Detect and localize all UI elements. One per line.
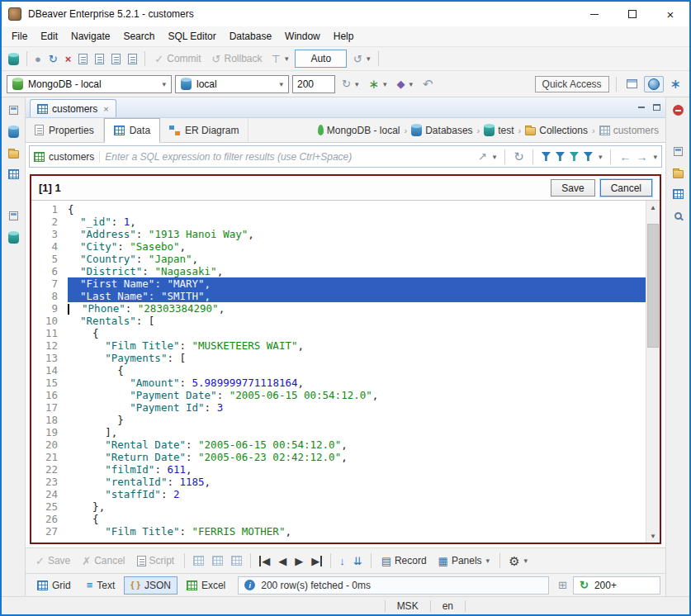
code-line-text[interactable]: "Address": "1913 Hanoi Way", (68, 228, 646, 240)
save-result-button[interactable]: ✓ Save (31, 553, 75, 568)
code-line[interactable]: 11 { (31, 327, 646, 339)
transaction-mode-button[interactable]: ⊤ ▾ (268, 52, 292, 66)
filter-apply-icon[interactable] (542, 152, 551, 161)
connect-button[interactable]: ● (31, 52, 45, 66)
recent-sql-button[interactable] (108, 52, 124, 66)
last-row-button[interactable]: ▶ (308, 554, 325, 568)
code-line[interactable]: 7 "First Name": "MARY", (31, 277, 646, 290)
minimize-view-button[interactable] (634, 100, 649, 115)
breadcrumb-databases[interactable]: Databases (411, 124, 472, 136)
menu-navigate[interactable]: Navigate (64, 28, 116, 45)
code-line-text[interactable]: "filmId": 611, (68, 463, 646, 476)
code-line-text[interactable]: "Return Date": "2005-06-23 02:42:12.0", (68, 451, 646, 463)
view-text-button[interactable]: ≡ Text (80, 576, 122, 595)
code-line[interactable]: 12 "Film Title": "MUSKETEERS WAIT", (31, 339, 646, 352)
filter-custom-icon[interactable] (584, 152, 593, 161)
result-settings-button[interactable]: ⚙ ▾ (505, 553, 531, 569)
quick-access-button[interactable]: Quick Access (535, 76, 609, 92)
code-line-text[interactable]: "Rentals": [ (68, 315, 646, 327)
first-row-button[interactable]: ◀ (256, 554, 273, 568)
maximize-button[interactable] (613, 2, 651, 26)
code-line-text[interactable]: "Film Title": "MUSKETEERS WAIT", (68, 339, 646, 352)
properties-view-button[interactable] (669, 165, 687, 180)
code-line[interactable]: 10 "Rentals": [ (31, 315, 646, 327)
code-line-text[interactable]: "_id": 1, (68, 216, 646, 228)
menu-edit[interactable]: Edit (34, 28, 64, 45)
debug-button[interactable]: ∗ ▾ (365, 76, 390, 92)
projects-button[interactable] (4, 145, 22, 160)
save-button[interactable]: Save (551, 179, 594, 197)
history-back-icon[interactable]: ← (619, 150, 631, 163)
filter-clear-icon[interactable] (556, 152, 565, 161)
cancel-button[interactable]: Cancel (600, 179, 652, 197)
fetch-all-button[interactable]: ⇊ (350, 554, 366, 568)
restore-bottom-views-button[interactable] (4, 208, 22, 223)
code-line-text[interactable]: "City": "Sasebo", (68, 240, 646, 253)
code-line[interactable]: 6 "District": "Nagasaki", (31, 265, 646, 277)
reconnect-button[interactable]: ↻ (45, 52, 61, 66)
filter-input[interactable] (105, 151, 473, 163)
bookmarks-button[interactable] (4, 230, 22, 244)
code-line[interactable]: 1{ (31, 203, 646, 216)
restore-left-views-button[interactable] (4, 102, 22, 117)
scroll-down-button[interactable]: ▼ (646, 529, 660, 543)
close-button[interactable]: × (651, 2, 689, 26)
menu-sql-editor[interactable]: SQL Editor (161, 28, 222, 45)
value-viewer-button[interactable] (669, 187, 687, 201)
dbeaver-perspective-button[interactable] (644, 76, 664, 92)
open-sql-script-button[interactable] (92, 52, 107, 66)
code-line[interactable]: 8 "Last Name": "SMITH", (31, 290, 646, 302)
delete-row-button[interactable] (228, 554, 245, 567)
close-tab-icon[interactable]: × (103, 104, 108, 114)
code-line-text[interactable]: { (68, 327, 646, 339)
menu-file[interactable]: File (5, 28, 34, 45)
script-button[interactable]: Script (132, 553, 180, 568)
database-navigator-button[interactable] (4, 124, 22, 139)
maximize-view-button[interactable] (649, 100, 664, 115)
panels-button[interactable]: ▦ Panels ▾ (433, 553, 495, 568)
code-line-text[interactable]: { (68, 364, 646, 377)
history-forward-icon[interactable]: → (636, 150, 647, 163)
auto-commit-toggle[interactable]: Auto (295, 50, 347, 68)
code-line[interactable]: 13 "Payments": [ (31, 352, 646, 364)
back-button[interactable]: ↶ (419, 76, 437, 92)
code-line-text[interactable]: "Payments": [ (68, 352, 646, 364)
code-line[interactable]: 18 } (31, 414, 646, 426)
fetch-more-button[interactable]: ↻ 200+ (573, 576, 660, 595)
previous-row-button[interactable]: ◀ (275, 554, 290, 568)
search-view-button[interactable] (669, 208, 687, 223)
scrollbar-track[interactable] (646, 214, 660, 529)
code-line[interactable]: 17 "Payment Id": 3 (31, 401, 646, 414)
code-line-text[interactable]: "Last Name": "SMITH", (68, 290, 646, 302)
view-excel-button[interactable]: Excel (180, 576, 232, 595)
transaction-log-button[interactable]: ↺ ▾ (350, 52, 373, 66)
timezone-indicator[interactable]: MSK (385, 600, 430, 612)
language-indicator[interactable]: en (430, 600, 465, 612)
tab-customers[interactable]: customers × (30, 99, 116, 117)
code-line-text[interactable]: "District": "Nagasaki", (68, 265, 646, 277)
refresh-schema-button[interactable]: ↻ ▾ (338, 77, 362, 91)
menu-window[interactable]: Window (278, 28, 327, 45)
code-line-text[interactable]: "Amount": 5.989999771118164, (68, 377, 646, 389)
fetch-next-page-button[interactable]: ↓ (336, 554, 348, 568)
disconnect-button[interactable]: × (62, 52, 75, 66)
new-connection-button[interactable] (5, 51, 22, 67)
code-line-text[interactable]: "staffId": 2 (68, 488, 646, 500)
wand-button[interactable]: ◆ ▾ (394, 77, 417, 91)
code-line[interactable]: 19 ], (31, 426, 646, 438)
open-in-editor-icon[interactable]: ↗ (478, 151, 487, 162)
tab-data[interactable]: Data (104, 118, 160, 143)
code-line[interactable]: 3 "Address": "1913 Hanoi Way", (31, 228, 646, 240)
code-line[interactable]: 15 "Amount": 5.989999771118164, (31, 377, 646, 389)
code-line[interactable]: 5 "Country": "Japan", (31, 253, 646, 265)
filter-menu-caret-icon[interactable]: ▾ (599, 153, 603, 161)
caret-down-icon[interactable]: ▾ (493, 153, 497, 161)
code-line[interactable]: 26 { (31, 513, 646, 525)
record-button[interactable]: ▤ Record (376, 553, 432, 568)
refresh-results-icon[interactable]: ↻ (514, 150, 524, 163)
scroll-up-button[interactable]: ▲ (646, 201, 660, 214)
minimize-button[interactable] (575, 2, 613, 26)
code-line-text[interactable]: "Payment Id": 3 (68, 401, 646, 414)
menu-database[interactable]: Database (223, 28, 278, 45)
code-line[interactable]: 22 "filmId": 611, (31, 463, 646, 476)
